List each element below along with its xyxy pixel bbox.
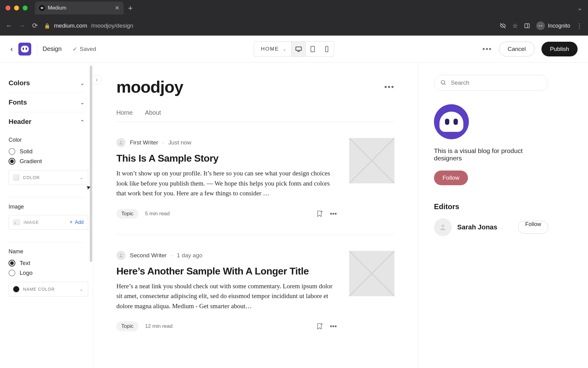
story-more-icon[interactable]: •••: [330, 210, 337, 218]
color-swatch-icon: [13, 174, 19, 181]
incognito-indicator[interactable]: 👓 Incognito: [536, 21, 570, 30]
panel-fonts-label: Fonts: [9, 98, 27, 106]
publication-title: moodjoy: [116, 77, 183, 96]
tab-close-icon[interactable]: ✕: [115, 5, 119, 11]
divider: [37, 44, 37, 54]
bookmark-icon[interactable]: [316, 323, 323, 330]
color-section-label: Color: [9, 137, 84, 143]
chevron-up-icon: ⌃: [80, 119, 84, 125]
nav-about[interactable]: About: [145, 109, 161, 122]
panel-header[interactable]: Header ⌃: [9, 112, 84, 131]
search-input[interactable]: [451, 79, 542, 86]
color-swatch-icon: [13, 286, 19, 292]
image-add-label: Add: [75, 220, 84, 225]
svg-rect-0: [525, 24, 529, 28]
color-option-solid[interactable]: Solid: [9, 148, 84, 155]
nav-home[interactable]: Home: [116, 109, 133, 122]
close-window-icon[interactable]: [6, 6, 10, 10]
maximize-window-icon[interactable]: [23, 6, 28, 10]
publication-logo[interactable]: [18, 43, 31, 56]
editor-name[interactable]: Sarah Jonas: [457, 223, 513, 231]
forward-icon[interactable]: →: [18, 22, 26, 30]
address-bar: ← → ⟳ 🔒 medium.com/moodjoy/design ☆ 👓 In…: [0, 16, 588, 36]
radio-label-solid: Solid: [20, 148, 32, 155]
svg-rect-5: [296, 47, 301, 50]
read-time: 5 min read: [145, 211, 170, 217]
preview-pane: moodjoy ••• Home About First Writer · Ju…: [93, 63, 588, 368]
editor-follow-button[interactable]: Follow: [518, 221, 548, 234]
name-option-logo[interactable]: Logo: [9, 270, 84, 276]
panel-header-label: Header: [9, 118, 32, 126]
page-selector[interactable]: HOME ⌄: [254, 41, 292, 57]
window-controls[interactable]: [6, 6, 28, 10]
image-picker[interactable]: IMAGE Add: [9, 215, 88, 230]
chevron-down-icon: ⌄: [80, 175, 84, 180]
color-picker[interactable]: COLOR ⌄: [9, 170, 88, 185]
page-selector-label: HOME: [261, 46, 279, 52]
author-name[interactable]: First Writer: [130, 139, 158, 146]
svg-rect-2: [21, 46, 29, 52]
panel-colors[interactable]: Colors ⌄: [9, 74, 84, 93]
save-status: ✓ Saved: [73, 46, 96, 52]
back-button[interactable]: ‹: [10, 45, 13, 53]
cancel-button[interactable]: Cancel: [499, 42, 535, 56]
publish-button[interactable]: Publish: [541, 42, 578, 56]
reload-icon[interactable]: ⟳: [31, 22, 39, 30]
publication-more-icon[interactable]: •••: [384, 82, 394, 92]
collapse-sidebar-button[interactable]: ‹: [92, 75, 102, 85]
eye-off-icon[interactable]: [499, 22, 506, 29]
url-field[interactable]: 🔒 medium.com/moodjoy/design: [44, 22, 494, 29]
mobile-preview-button[interactable]: [320, 42, 334, 56]
star-icon[interactable]: ☆: [512, 22, 518, 29]
story-card: First Writer · Just now This Is A Sample…: [116, 122, 394, 235]
radio-selected-icon: [9, 260, 15, 266]
story-title[interactable]: This Is A Sample Story: [116, 153, 337, 164]
chevron-down-icon: ⌄: [80, 287, 84, 292]
kebab-menu-icon[interactable]: ⋮: [576, 22, 582, 29]
author-name[interactable]: Second Writer: [130, 252, 167, 259]
search-field[interactable]: [434, 75, 548, 91]
story-more-icon[interactable]: •••: [330, 322, 337, 330]
tab-strip: M Medium ✕ + ⌄: [0, 0, 588, 16]
radio-label-logo: Logo: [20, 270, 32, 276]
topic-pill[interactable]: Topic: [116, 321, 138, 331]
dot-separator: ·: [171, 252, 172, 259]
check-icon: ✓: [73, 46, 77, 52]
new-tab-button[interactable]: +: [128, 3, 133, 13]
desktop-preview-button[interactable]: [292, 42, 306, 56]
image-picker-label: IMAGE: [24, 220, 39, 225]
svg-point-15: [441, 81, 445, 84]
panel-fonts[interactable]: Fonts ⌄: [9, 93, 84, 112]
topic-pill[interactable]: Topic: [116, 209, 138, 219]
color-option-gradient[interactable]: Gradient: [9, 158, 84, 165]
article-column: moodjoy ••• Home About First Writer · Ju…: [93, 63, 418, 368]
right-rail: This is a visual blog for product design…: [418, 63, 564, 368]
color-picker-label: COLOR: [23, 175, 40, 180]
image-thumb-icon: [13, 220, 20, 225]
story-title[interactable]: Here’s Another Sample With A Longer Titl…: [116, 266, 337, 277]
app-toolbar: ‹ Design ✓ Saved HOME ⌄ ••• Can: [0, 36, 588, 63]
radio-label-text: Text: [20, 260, 30, 266]
name-color-picker[interactable]: NAME COLOR ⌄: [9, 282, 88, 297]
scrollbar[interactable]: [90, 66, 92, 262]
back-icon[interactable]: ←: [6, 22, 13, 30]
design-sidebar: Colors ⌄ Fonts ⌄ Header ⌃ Color Solid Gr…: [0, 63, 93, 368]
svg-rect-8: [326, 46, 328, 52]
editor-row: Sarah Jonas Follow: [434, 218, 548, 236]
name-option-text[interactable]: Text: [9, 260, 84, 266]
publication-nav: Home About: [116, 109, 394, 122]
bookmark-icon[interactable]: [316, 210, 323, 217]
ghost-icon: [439, 112, 463, 132]
name-color-label: NAME COLOR: [23, 287, 55, 292]
panel-icon[interactable]: [524, 23, 530, 29]
image-add-button[interactable]: Add: [69, 220, 84, 225]
follow-button[interactable]: Follow: [434, 171, 468, 185]
browser-tab[interactable]: M Medium ✕: [35, 2, 124, 14]
minimize-window-icon[interactable]: [14, 6, 19, 10]
more-menu-icon[interactable]: •••: [482, 45, 492, 53]
name-section-label: Name: [9, 248, 84, 255]
tablet-preview-button[interactable]: [306, 42, 320, 56]
device-preview-group: [292, 41, 334, 57]
panel-colors-label: Colors: [9, 79, 30, 87]
tabs-overflow-icon[interactable]: ⌄: [577, 4, 582, 12]
